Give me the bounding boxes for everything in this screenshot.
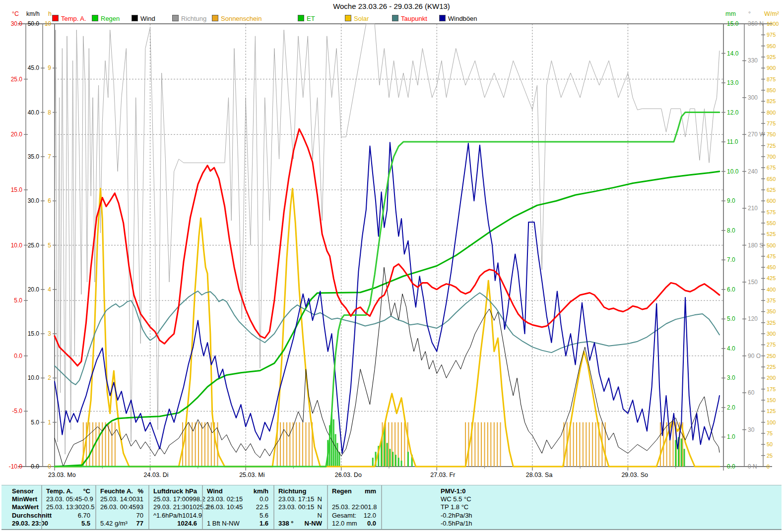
svg-text:250: 250 [767, 353, 776, 359]
svg-text:225: 225 [767, 364, 776, 370]
stats-row-minwert: 23.03. 05:45-0.9 [42, 495, 95, 503]
stats-column-regen: Regenmm25.03. 22:001.8Gesamt:12.012.0 mm… [327, 485, 381, 529]
svg-text:25.03. Mi: 25.03. Mi [239, 472, 264, 478]
svg-text:W/m²: W/m² [764, 10, 779, 17]
svg-text:575: 575 [767, 209, 776, 215]
svg-text:4: 4 [48, 286, 51, 293]
stats-row-29-03-23-00: 12.0 mm0.0 [328, 520, 381, 528]
svg-text:330: 330 [748, 57, 758, 64]
svg-text:13.0: 13.0 [727, 79, 739, 86]
svg-text:°: ° [748, 10, 751, 17]
svg-text:90 O: 90 O [748, 353, 761, 359]
svg-text:°C: °C [12, 10, 19, 17]
svg-text:775: 775 [767, 120, 776, 126]
weather-week-page: Woche 23.03.26 - 29.03.26 (KW13) Temp. A… [0, 0, 783, 532]
axis-mm: mm15.014.013.012.011.010.09.08.07.06.05.… [721, 10, 739, 470]
svg-text:14.0: 14.0 [727, 50, 739, 57]
svg-text:950: 950 [767, 43, 776, 49]
svg-text:850: 850 [767, 87, 776, 93]
svg-text:12.0: 12.0 [727, 109, 739, 116]
stats-column-pmv-1-0: PMV-1:0WC 5.5 °CTP 1.8 °C-0.2hPa/3h-0.5h… [381, 485, 776, 529]
stats-table: SensorMinWertMaxWertDurchschnitt29.03. 2… [1, 485, 782, 530]
svg-text:35.0: 35.0 [28, 153, 40, 160]
svg-text:825: 825 [767, 98, 776, 104]
stats-row-minwert: 23.03. 02:150.0 [203, 495, 273, 503]
svg-text:975: 975 [767, 32, 776, 38]
svg-text:240: 240 [748, 168, 758, 175]
svg-text:475: 475 [767, 253, 776, 259]
stats-row-29-03-23-00: -0.5hPa/1h [382, 520, 776, 528]
stats-row-29-03-23-00: 1024.6 [149, 520, 202, 528]
svg-text:7: 7 [48, 153, 51, 160]
stats-header: Regenmm [328, 487, 381, 495]
svg-text:650: 650 [767, 176, 776, 182]
axis-km/h: km/h50.045.040.035.030.025.020.015.010.0… [26, 10, 45, 470]
svg-text:30: 30 [748, 426, 755, 433]
svg-text:0: 0 [48, 463, 51, 470]
svg-text:5.0: 5.0 [14, 297, 22, 304]
stats-header: Sensor [1, 487, 41, 495]
stats-row-durchschnitt: 5.6 [203, 512, 273, 520]
svg-text:300: 300 [767, 331, 776, 337]
svg-text:875: 875 [767, 76, 776, 82]
svg-text:600: 600 [767, 198, 776, 204]
svg-text:700: 700 [767, 154, 776, 160]
svg-text:525: 525 [767, 231, 776, 237]
svg-text:0.0: 0.0 [727, 463, 735, 470]
stats-row-minwert: 23.03. 17:15N [274, 495, 327, 503]
svg-text:10.0: 10.0 [727, 168, 739, 175]
svg-text:2: 2 [48, 374, 51, 381]
stats-row-durchschnitt: N [274, 512, 327, 520]
stats-row-durchschnitt: 6.70 [42, 512, 95, 520]
svg-text:150: 150 [748, 279, 758, 286]
stats-row-maxwert: MaxWert [1, 503, 41, 511]
svg-text:300: 300 [748, 94, 758, 101]
svg-text:175: 175 [767, 386, 776, 392]
svg-text:25.0: 25.0 [28, 242, 40, 249]
svg-text:10.0: 10.0 [11, 242, 23, 249]
stats-column-feuchte-a-: Feuchte A.%25.03. 14:003126.03. 00:45937… [95, 485, 148, 529]
svg-text:4.0: 4.0 [727, 345, 735, 352]
svg-text:8: 8 [48, 109, 51, 116]
svg-text:0: 0 [767, 464, 770, 470]
svg-text:15.0: 15.0 [727, 20, 739, 27]
svg-text:675: 675 [767, 165, 776, 171]
stats-row-minwert: MinWert [1, 495, 41, 503]
svg-text:-10.0: -10.0 [9, 463, 23, 470]
stats-header: Temp. A.°C [42, 487, 95, 495]
stats-row-maxwert: 26.03. 10:4522.5 [203, 503, 273, 511]
stats-row-durchschnitt: Gesamt:12.0 [328, 512, 381, 520]
stats-row-durchschnitt: Durchschnitt [1, 512, 41, 520]
stats-column-temp-a-: Temp. A.°C23.03. 05:45-0.925.03. 13:3020… [41, 485, 95, 529]
stats-row-29-03-23-00: 338 °N-NW [274, 520, 327, 528]
stats-row-maxwert: 25.03. 13:3020.5 [42, 503, 95, 511]
svg-text:120: 120 [748, 315, 758, 322]
svg-text:8.0: 8.0 [727, 227, 735, 234]
svg-text:7.0: 7.0 [727, 256, 735, 263]
stats-header: Feuchte A.% [96, 487, 148, 495]
stats-row-durchschnitt: 70 [96, 512, 148, 520]
axis-W/m²: W/m²100097595092590087585082580077575072… [761, 10, 779, 470]
svg-text:45.0: 45.0 [28, 64, 40, 71]
svg-text:75: 75 [767, 430, 773, 436]
series-taupunkt [55, 291, 719, 385]
svg-text:0.0: 0.0 [31, 463, 39, 470]
stats-row-durchschnitt: ^1.6hPa/h1014.9 [149, 512, 202, 520]
svg-text:1: 1 [48, 419, 51, 426]
svg-text:23.03. Mo: 23.03. Mo [48, 472, 76, 478]
series-wind [55, 267, 719, 467]
svg-text:450: 450 [767, 264, 776, 270]
stats-column-richtung: Richtung23.03. 17:15N23.03. 00:15NN338 °… [273, 485, 327, 529]
stats-row-durchschnitt: -0.2hPa/3h [382, 512, 776, 520]
svg-text:1000: 1000 [767, 21, 779, 27]
svg-text:26.03. Do: 26.03. Do [335, 472, 362, 478]
grid [55, 24, 723, 467]
svg-text:60: 60 [748, 389, 755, 396]
svg-text:625: 625 [767, 187, 776, 193]
stats-row-maxwert: 29.03. 21:301025.2 [149, 503, 202, 511]
series-sonnenschein-bars [83, 422, 683, 467]
svg-text:325: 325 [767, 320, 776, 326]
axis-°C: °C30.025.020.015.010.05.00.0-5.0-10.0 [9, 10, 28, 470]
svg-text:425: 425 [767, 275, 776, 281]
svg-text:30.0: 30.0 [11, 20, 23, 27]
